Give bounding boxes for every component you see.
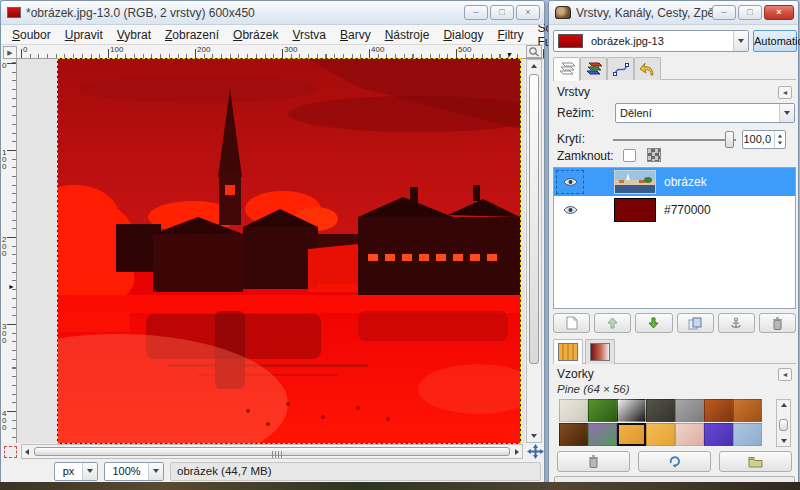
patterns-panel-header: Vzorky ◄: [557, 367, 792, 381]
maximize-button[interactable]: □: [490, 5, 514, 20]
canvas-image[interactable]: [57, 58, 521, 444]
quick-mask-toggle[interactable]: [4, 446, 17, 458]
lower-layer-button[interactable]: [635, 313, 672, 333]
pattern-swatch[interactable]: [675, 423, 704, 446]
layer-row-770000[interactable]: #770000: [554, 196, 795, 224]
new-layer-button[interactable]: [553, 313, 590, 333]
tab-undo-history[interactable]: [634, 57, 661, 80]
horizontal-scroll-thumb[interactable]: [34, 447, 510, 456]
tab-layers[interactable]: [553, 57, 580, 81]
layer-row-obrazek[interactable]: obrázek: [554, 168, 795, 196]
pattern-swatch[interactable]: [588, 423, 617, 446]
tab-channels[interactable]: [580, 57, 607, 80]
scroll-up-arrow[interactable]: [781, 403, 787, 407]
menu-item[interactable]: Filtry: [490, 26, 530, 44]
layer-name[interactable]: #770000: [664, 203, 711, 217]
spin-arrows[interactable]: [774, 131, 785, 148]
menu-item[interactable]: Nástroje: [378, 26, 437, 44]
dock-titlebar[interactable]: Vrstvy, Kanály, Cesty, Zpět... – □ ×: [549, 1, 798, 25]
close-button[interactable]: ×: [516, 5, 540, 20]
down-arrow-icon: [648, 317, 659, 329]
pattern-swatch[interactable]: [704, 399, 733, 422]
menu-item[interactable]: Vrstva: [285, 26, 333, 44]
pattern-scroll-thumb[interactable]: [779, 419, 788, 431]
layer-mode-select[interactable]: Dělení: [615, 103, 795, 123]
zoom-follow-window-button[interactable]: [526, 45, 542, 58]
panel-menu-button[interactable]: ◄: [778, 86, 792, 99]
pattern-swatch[interactable]: [559, 423, 588, 446]
pattern-scrollbar[interactable]: [776, 399, 791, 447]
layers-panel-header: Vrstvy ◄: [557, 85, 792, 99]
pattern-swatch[interactable]: [559, 399, 588, 422]
open-pattern-folder-button[interactable]: [719, 451, 792, 472]
menu-item[interactable]: Obrázek: [226, 26, 285, 44]
maximize-button[interactable]: □: [738, 5, 762, 20]
raise-layer-button[interactable]: [594, 313, 631, 333]
layers-icon: [558, 62, 576, 77]
vertical-scroll-thumb[interactable]: [529, 74, 539, 364]
menu-item[interactable]: Soubor: [5, 26, 58, 44]
layers-panel-title: Vrstvy: [557, 85, 590, 99]
menu-item[interactable]: Upravit: [58, 26, 110, 44]
pattern-swatch[interactable]: [704, 423, 733, 446]
lock-alpha-checkbox[interactable]: [623, 149, 636, 162]
refresh-patterns-button[interactable]: [638, 451, 711, 472]
pattern-swatch[interactable]: [733, 399, 762, 422]
horizontal-scrollbar[interactable]: [21, 444, 523, 459]
scroll-left-arrow[interactable]: [25, 449, 29, 455]
opacity-slider-handle[interactable]: [725, 131, 734, 148]
horizontal-ruler[interactable]: 0100200300400500 ▼: [17, 45, 544, 59]
pattern-swatch[interactable]: [617, 423, 646, 446]
menu-item[interactable]: Vybrat: [110, 26, 158, 44]
pattern-swatch[interactable]: [646, 423, 675, 446]
zoom-select[interactable]: 100%: [104, 462, 164, 481]
visibility-toggle[interactable]: [556, 170, 584, 194]
anchor-layer-button[interactable]: [718, 313, 755, 333]
folder-icon: [748, 456, 763, 468]
image-window: *obrázek.jpg-13.0 (RGB, 2 vrstvy) 600x45…: [0, 0, 545, 483]
ruler-menu-button[interactable]: ▶: [3, 46, 17, 59]
vertical-ruler[interactable]: 0100200300400 ►: [1, 59, 17, 443]
ruler-label: 0: [2, 62, 10, 149]
minimize-button[interactable]: –: [464, 5, 488, 20]
image-selector[interactable]: obrázek.jpg-13: [553, 30, 749, 52]
opacity-spinbox[interactable]: 100,0: [742, 130, 786, 149]
pattern-swatch[interactable]: [588, 399, 617, 422]
pattern-swatch[interactable]: [617, 399, 646, 422]
scroll-down-arrow[interactable]: [531, 434, 537, 438]
layer-list[interactable]: obrázek #770000: [553, 167, 796, 309]
dropdown-arrow-icon: [82, 463, 97, 480]
vertical-scrollbar[interactable]: [526, 59, 542, 443]
layer-thumbnail: [614, 170, 656, 194]
layer-name[interactable]: obrázek: [664, 175, 707, 189]
scroll-right-arrow[interactable]: [515, 449, 519, 455]
pattern-swatch[interactable]: [733, 423, 762, 446]
canvas-area[interactable]: [17, 59, 525, 443]
menu-item[interactable]: Zobrazení: [158, 26, 226, 44]
opacity-slider-track[interactable]: [613, 139, 736, 141]
panel-menu-button[interactable]: ◄: [778, 368, 792, 381]
duplicate-layer-button[interactable]: [677, 313, 714, 333]
ruler-label: 400: [369, 45, 456, 54]
tab-gradients[interactable]: [585, 339, 615, 364]
pattern-swatch[interactable]: [675, 399, 704, 422]
image-window-titlebar[interactable]: *obrázek.jpg-13.0 (RGB, 2 vrstvy) 600x45…: [1, 1, 544, 25]
pattern-swatch[interactable]: [646, 399, 675, 422]
tab-patterns[interactable]: [553, 339, 583, 364]
scroll-down-arrow[interactable]: [781, 439, 787, 443]
pattern-grid: [559, 399, 772, 447]
unit-select[interactable]: px: [54, 462, 98, 481]
delete-pattern-button[interactable]: [557, 451, 630, 472]
menu-item[interactable]: Dialogy: [436, 26, 490, 44]
scroll-up-arrow[interactable]: [531, 64, 537, 68]
delete-layer-button[interactable]: [759, 313, 796, 333]
minimize-button[interactable]: –: [712, 5, 736, 20]
ruler-label: 400: [2, 410, 10, 443]
tab-paths[interactable]: [607, 57, 634, 80]
menu-item[interactable]: Barvy: [333, 26, 378, 44]
navigation-button[interactable]: [527, 444, 544, 459]
visibility-toggle[interactable]: [556, 198, 584, 222]
auto-follow-button[interactable]: Automaticky: [753, 30, 797, 52]
close-button[interactable]: ×: [764, 5, 794, 20]
ruler-label: 300: [2, 323, 10, 410]
